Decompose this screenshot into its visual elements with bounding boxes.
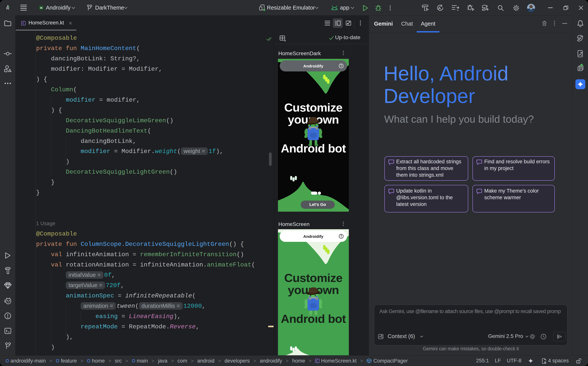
svg-text:Androidify: Androidify [303,234,323,239]
svg-text:A: A [438,6,441,10]
svg-text:Let's Go: Let's Go [309,202,326,207]
svg-text:Customize: Customize [284,101,342,114]
svg-text:Android bot: Android bot [281,312,346,325]
svg-text:Androidify: Androidify [303,64,323,68]
svg-text:Customize: Customize [284,271,342,284]
svg-text:Android bot: Android bot [281,142,346,155]
